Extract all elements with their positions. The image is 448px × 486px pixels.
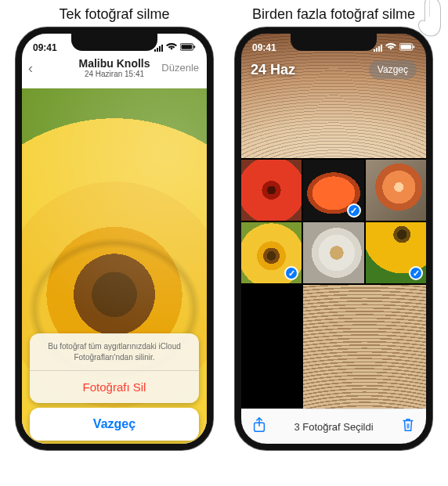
photo-grid: ✓ ✓ ✓ xyxy=(241,158,426,409)
wifi-icon xyxy=(385,42,396,53)
share-icon[interactable] xyxy=(252,417,266,436)
svg-rect-2 xyxy=(194,45,196,48)
caption-multi-delete: Birden fazla fotoğraf silme xyxy=(252,3,415,27)
selection-count-label: 3 Fotoğraf Seçildi xyxy=(294,421,373,433)
back-chevron-icon[interactable]: ‹ xyxy=(28,60,33,77)
action-sheet-message: Bu fotoğraf tüm aygıtlarınızdaki iCloud … xyxy=(30,333,199,370)
trash-icon[interactable] xyxy=(401,417,415,436)
cancel-button[interactable]: Vazgeç xyxy=(30,408,199,441)
svg-rect-5 xyxy=(414,45,415,48)
thumb-plate[interactable] xyxy=(303,222,363,283)
svg-rect-1 xyxy=(182,45,193,49)
svg-rect-4 xyxy=(401,45,412,49)
selected-check-icon: ✓ xyxy=(409,266,423,280)
status-time: 09:41 xyxy=(252,42,276,53)
delete-photo-button[interactable]: Fotoğrafı Sil xyxy=(30,370,199,403)
album-date-heading: 24 Haz xyxy=(251,62,295,78)
notch xyxy=(291,34,377,51)
wifi-icon xyxy=(166,42,177,53)
thumb-sunflower[interactable]: ✓ xyxy=(366,222,426,283)
thumb-zinnia[interactable] xyxy=(241,160,302,221)
bottom-toolbar: 3 Fotoğraf Seçildi xyxy=(241,409,426,444)
selected-check-icon: ✓ xyxy=(347,203,361,218)
thumb-grapefruit[interactable] xyxy=(366,160,426,221)
thumb-mushroom-large[interactable] xyxy=(303,285,426,409)
thumb-papaya[interactable]: ✓ xyxy=(303,160,363,221)
battery-icon xyxy=(399,42,415,53)
phone-single-delete: 09:41 ‹ Malibu Knolls 24 Haziran 15:41 xyxy=(16,27,213,450)
cancel-selection-button[interactable]: Vazgeç xyxy=(369,60,417,79)
thumb-yellow-flower[interactable]: ✓ xyxy=(241,222,302,283)
caption-single-delete: Tek fotoğraf silme xyxy=(59,3,169,27)
edit-button[interactable]: Düzenle xyxy=(161,62,199,74)
battery-icon xyxy=(180,42,196,53)
notch xyxy=(71,34,157,51)
phone-multi-delete: 09:41 24 Haz Vazgeç xyxy=(235,27,432,450)
status-time: 09:41 xyxy=(33,42,57,53)
selected-check-icon: ✓ xyxy=(284,266,298,280)
delete-action-sheet: Bu fotoğraf tüm aygıtlarınızdaki iCloud … xyxy=(30,333,199,403)
